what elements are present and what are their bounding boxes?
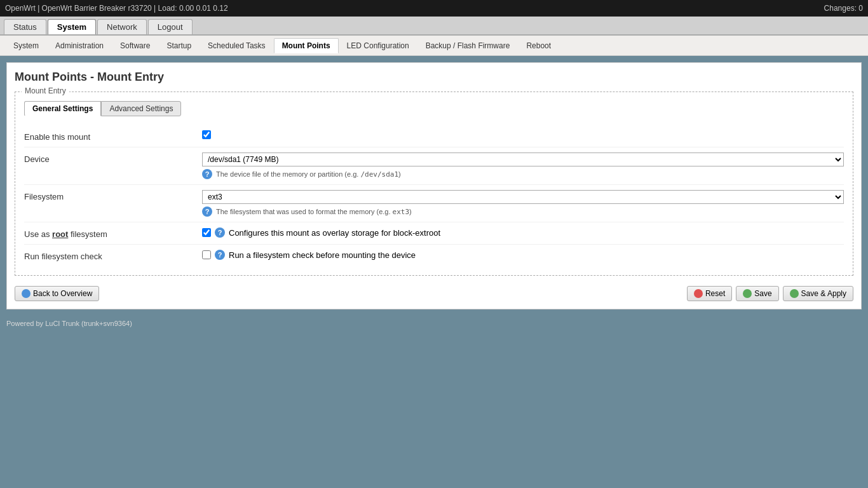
root-fs-checkbox[interactable] xyxy=(202,228,211,237)
reset-icon xyxy=(694,289,703,298)
tab-advanced-settings[interactable]: Advanced Settings xyxy=(101,101,181,116)
form-row-enable: Enable this mount xyxy=(24,125,844,147)
sub-tab-led-configuration[interactable]: LED Configuration xyxy=(339,38,417,53)
apply-icon xyxy=(790,289,799,298)
footer-text: Powered by LuCI Trunk (trunk+svn9364) xyxy=(6,320,132,327)
filesystem-label: Filesystem xyxy=(24,190,202,201)
root-fs-control: ? Configures this mount as overlay stora… xyxy=(202,227,844,238)
filesystem-help-icon[interactable]: ? xyxy=(202,207,212,217)
fieldset-legend: Mount Entry xyxy=(22,86,69,95)
page-title: Mount Points - Mount Entry xyxy=(15,71,853,84)
nav-tabs: Status System Network Logout xyxy=(0,17,868,36)
reset-button[interactable]: Reset xyxy=(687,286,732,301)
topbar-changes: Changes: 0 xyxy=(824,4,863,13)
form-row-root-fs: Use as root filesystem ? Configures this… xyxy=(24,222,844,245)
save-icon xyxy=(743,289,752,298)
device-label: Device xyxy=(24,152,202,164)
filesystem-control: ext3 ? The filesystem that was used to f… xyxy=(202,190,844,217)
enable-label: Enable this mount xyxy=(24,130,202,142)
back-icon xyxy=(22,289,31,298)
nav-tab-system[interactable]: System xyxy=(48,19,96,34)
filesystem-select[interactable]: ext3 xyxy=(202,190,844,204)
fs-check-checkbox[interactable] xyxy=(202,250,211,259)
enable-checkbox[interactable] xyxy=(202,130,211,139)
subnav: System Administration Software Startup S… xyxy=(0,36,868,56)
save-apply-button[interactable]: Save & Apply xyxy=(783,286,853,301)
sub-tab-backup-flash[interactable]: Backup / Flash Firmware xyxy=(417,38,519,53)
fs-check-help-icon[interactable]: ? xyxy=(215,250,225,260)
device-help: ? The device file of the memory or parti… xyxy=(202,169,844,179)
form-row-fs-check: Run filesystem check ? Run a filesystem … xyxy=(24,245,844,266)
back-to-overview-button[interactable]: Back to Overview xyxy=(15,286,99,301)
fs-check-help: Run a filesystem check before mounting t… xyxy=(229,250,416,260)
sub-tab-scheduled-tasks[interactable]: Scheduled Tasks xyxy=(200,38,274,53)
form-row-filesystem: Filesystem ext3 ? The filesystem that wa… xyxy=(24,185,844,222)
sub-tab-mount-points[interactable]: Mount Points xyxy=(274,38,339,53)
root-fs-help-icon[interactable]: ? xyxy=(215,227,225,238)
inner-tabs: General Settings Advanced Settings xyxy=(24,101,844,116)
tab-general-settings[interactable]: General Settings xyxy=(24,101,101,116)
enable-control xyxy=(202,130,844,139)
topbar-title: OpenWrt | OpenWrt Barrier Breaker r33720… xyxy=(5,4,228,13)
device-help-icon[interactable]: ? xyxy=(202,169,212,179)
device-select[interactable]: /dev/sda1 (7749 MB) xyxy=(202,152,844,166)
form-row-device: Device /dev/sda1 (7749 MB) ? The device … xyxy=(24,147,844,185)
root-fs-label: Use as root filesystem xyxy=(24,227,202,239)
btn-group-right: Reset Save Save & Apply xyxy=(687,286,853,301)
sub-tab-reboot[interactable]: Reboot xyxy=(518,38,559,53)
sub-tab-software[interactable]: Software xyxy=(112,38,158,53)
main-content: Mount Points - Mount Entry Mount Entry G… xyxy=(6,62,862,309)
save-button[interactable]: Save xyxy=(736,286,778,301)
nav-tab-logout[interactable]: Logout xyxy=(148,19,193,34)
sub-tab-system[interactable]: System xyxy=(5,38,47,53)
footer: Powered by LuCI Trunk (trunk+svn9364) xyxy=(0,316,868,331)
nav-tab-network[interactable]: Network xyxy=(97,19,147,34)
fs-check-control: ? Run a filesystem check before mounting… xyxy=(202,250,844,260)
filesystem-help: ? The filesystem that was used to format… xyxy=(202,207,844,217)
sub-tab-administration[interactable]: Administration xyxy=(47,38,112,53)
mount-entry-fieldset: Mount Entry General Settings Advanced Se… xyxy=(15,92,853,276)
sub-tab-startup[interactable]: Startup xyxy=(158,38,200,53)
device-control: /dev/sda1 (7749 MB) ? The device file of… xyxy=(202,152,844,179)
fs-check-label: Run filesystem check xyxy=(24,250,202,261)
topbar: OpenWrt | OpenWrt Barrier Breaker r33720… xyxy=(0,0,868,17)
action-bar: Back to Overview Reset Save Save & Apply xyxy=(15,283,853,301)
nav-tab-status[interactable]: Status xyxy=(4,19,46,34)
root-fs-help: Configures this mount as overlay storage… xyxy=(229,228,440,238)
